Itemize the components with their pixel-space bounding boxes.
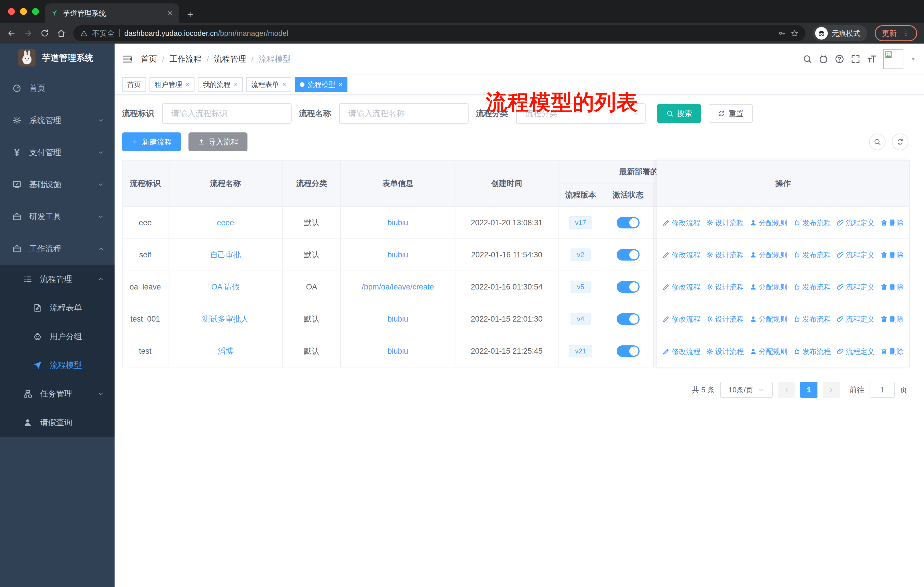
breadcrumb-process-mgmt[interactable]: 流程管理 (214, 54, 259, 64)
active-toggle[interactable] (617, 313, 640, 325)
tab-close-icon[interactable] (167, 10, 173, 17)
modify-process-link[interactable]: 修改流程 (663, 347, 700, 356)
sidebar-item-process-mgmt[interactable]: 流程管理 (0, 265, 115, 293)
delete-link[interactable]: 删除 (880, 347, 904, 356)
tag-home[interactable]: 首页 (122, 77, 146, 92)
assign-rule-link[interactable]: 分配规则 (749, 218, 787, 228)
version-badge[interactable]: v5 (571, 281, 590, 293)
assign-rule-link[interactable]: 分配规则 (749, 314, 787, 324)
tag-tenant[interactable]: 租户管理× (150, 77, 195, 92)
form-link[interactable]: biubiu (388, 218, 408, 227)
sidebar-item-leave-query[interactable]: 请假查询 (0, 408, 115, 437)
breadcrumb-home[interactable]: 首页 (141, 54, 170, 64)
version-badge[interactable]: v17 (569, 217, 592, 229)
version-badge[interactable]: v4 (571, 313, 590, 326)
sidebar-item-infra[interactable]: 基础设施 (0, 169, 115, 201)
import-process-button[interactable]: 导入流程 (188, 132, 248, 151)
publish-process-link[interactable]: 发布流程 (793, 218, 831, 228)
process-key-input[interactable] (162, 103, 292, 124)
active-toggle[interactable] (617, 217, 640, 228)
minimize-window-button[interactable] (20, 8, 27, 15)
active-toggle[interactable] (617, 346, 640, 357)
publish-process-link[interactable]: 发布流程 (793, 314, 831, 324)
tag-close-icon[interactable]: × (282, 81, 286, 88)
form-link[interactable]: biubiu (388, 315, 408, 323)
breadcrumb-workflow[interactable]: 工作流程 (170, 54, 214, 64)
refresh-table-button[interactable] (892, 134, 909, 150)
process-name-link[interactable]: eeee (217, 218, 234, 227)
design-process-link[interactable]: 设计流程 (706, 347, 744, 356)
modify-process-link[interactable]: 修改流程 (663, 250, 700, 260)
modify-process-link[interactable]: 修改流程 (663, 314, 700, 324)
tag-process-model[interactable]: 流程模型× (295, 77, 348, 92)
modify-process-link[interactable]: 修改流程 (663, 282, 700, 292)
version-badge[interactable]: v21 (569, 345, 592, 358)
browser-tab[interactable]: 芋道管理系统 (45, 3, 179, 23)
bookmark-star-icon[interactable] (790, 29, 799, 37)
delete-link[interactable]: 删除 (880, 250, 904, 260)
modify-process-link[interactable]: 修改流程 (663, 218, 700, 228)
form-link[interactable]: biubiu (388, 251, 408, 259)
process-definition-link[interactable]: 流程定义 (837, 314, 874, 324)
publish-process-link[interactable]: 发布流程 (793, 250, 831, 260)
page-1-button[interactable]: 1 (800, 382, 817, 398)
browser-update-button[interactable]: 更新 (875, 25, 917, 41)
url-bar[interactable]: 不安全 dashboard.yudao.iocoder.cn/bpm/manag… (73, 25, 805, 41)
tag-my-process[interactable]: 我的流程× (198, 77, 243, 92)
create-process-button[interactable]: 新建流程 (122, 132, 181, 151)
new-tab-icon[interactable] (186, 10, 194, 18)
sidebar-item-devtools[interactable]: 研发工具 (0, 201, 115, 233)
design-process-link[interactable]: 设计流程 (706, 218, 744, 228)
home-icon[interactable] (57, 29, 66, 38)
publish-process-link[interactable]: 发布流程 (793, 347, 831, 356)
sidebar-item-process-model[interactable]: 流程模型 (0, 351, 115, 379)
sidebar-item-home[interactable]: 首页 (0, 72, 115, 104)
delete-link[interactable]: 删除 (880, 282, 904, 292)
active-toggle[interactable] (617, 249, 640, 261)
delete-link[interactable]: 删除 (880, 218, 904, 228)
logo-row[interactable]: 芋道管理系统 (0, 43, 115, 72)
browser-menu-dots-icon[interactable] (902, 29, 910, 37)
caret-down-icon[interactable] (910, 56, 917, 63)
process-name-link[interactable]: 测试多审批人 (202, 315, 249, 323)
tag-close-icon[interactable]: × (186, 81, 189, 88)
forward-icon[interactable] (23, 29, 33, 38)
sidebar-item-process-form[interactable]: 流程表单 (0, 293, 115, 322)
reload-icon[interactable] (40, 29, 49, 38)
process-name-link[interactable]: 滔博 (218, 347, 233, 356)
tag-close-icon[interactable]: × (234, 81, 238, 88)
show-search-button[interactable] (869, 134, 886, 150)
process-definition-link[interactable]: 流程定义 (837, 347, 874, 356)
search-icon[interactable] (803, 54, 812, 64)
search-button[interactable]: 搜索 (657, 104, 701, 123)
page-size-select[interactable]: 10条/页 (720, 382, 773, 398)
back-icon[interactable] (7, 29, 16, 38)
maximize-window-button[interactable] (32, 8, 39, 15)
process-name-link[interactable]: 自己审批 (210, 251, 241, 259)
fullscreen-icon[interactable] (851, 54, 860, 64)
version-badge[interactable]: v2 (571, 248, 590, 261)
next-page-button[interactable] (823, 382, 840, 398)
sidebar-item-system[interactable]: 系统管理 (0, 104, 115, 136)
sidebar-item-workflow[interactable]: 工作流程 (0, 233, 115, 265)
reset-button[interactable]: 重置 (709, 104, 753, 123)
close-window-button[interactable] (8, 8, 15, 15)
goto-page-input[interactable] (870, 382, 895, 398)
font-size-icon[interactable] (867, 54, 877, 64)
design-process-link[interactable]: 设计流程 (706, 250, 744, 260)
assign-rule-link[interactable]: 分配规则 (749, 250, 787, 260)
form-link[interactable]: biubiu (388, 347, 408, 356)
avatar[interactable] (883, 49, 903, 69)
form-link[interactable]: /bpm/oa/leave/create (362, 283, 434, 291)
active-toggle[interactable] (617, 281, 640, 293)
design-process-link[interactable]: 设计流程 (706, 314, 744, 324)
delete-link[interactable]: 删除 (880, 314, 904, 324)
tag-process-form[interactable]: 流程表单× (246, 77, 291, 92)
sidebar-item-task-mgmt[interactable]: 任务管理 (0, 379, 115, 408)
github-icon[interactable] (818, 54, 828, 64)
publish-process-link[interactable]: 发布流程 (793, 282, 831, 292)
process-definition-link[interactable]: 流程定义 (837, 218, 874, 228)
process-definition-link[interactable]: 流程定义 (837, 250, 874, 260)
process-name-input[interactable] (339, 103, 469, 124)
design-process-link[interactable]: 设计流程 (706, 282, 744, 292)
